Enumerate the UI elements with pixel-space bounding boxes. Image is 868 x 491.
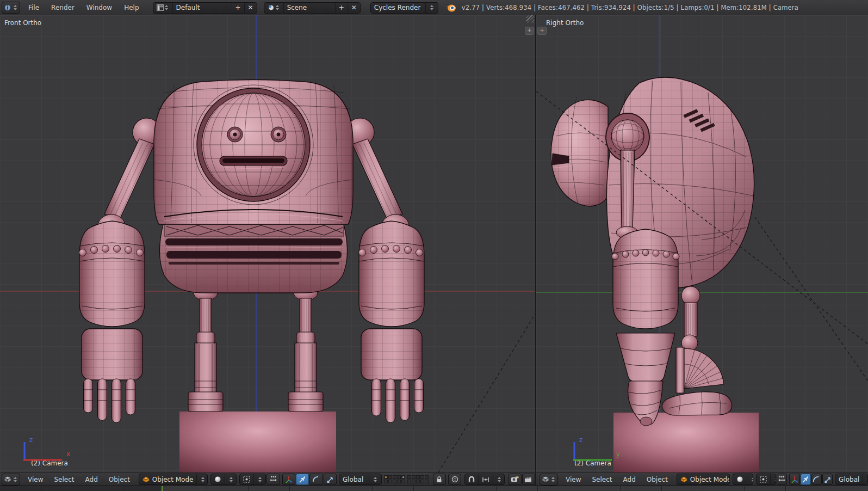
editor-select-arrows[interactable] bbox=[13, 477, 18, 482]
layer-cell[interactable] bbox=[425, 480, 429, 483]
transform-orientation-dropdown[interactable]: Global bbox=[835, 474, 868, 485]
menu-object[interactable]: Object bbox=[103, 476, 135, 483]
editor-type-button-info[interactable] bbox=[2, 2, 20, 14]
mode-dropdown[interactable]: Object Mode bbox=[677, 474, 730, 485]
layer-cell[interactable] bbox=[412, 480, 416, 483]
layer-cell[interactable] bbox=[401, 480, 405, 483]
layers-widget-group2[interactable] bbox=[407, 475, 429, 483]
editor-type-button-3dview[interactable] bbox=[540, 474, 558, 486]
rotate-manipulator-button[interactable] bbox=[309, 474, 323, 485]
editor-type-button-3dview[interactable] bbox=[2, 474, 20, 486]
screen-layout-selector[interactable]: Default + ✕ bbox=[153, 2, 257, 14]
translate-manipulator-button[interactable] bbox=[296, 474, 309, 485]
menu-add[interactable]: Add bbox=[618, 476, 641, 483]
pivot-dropdown-arrows[interactable] bbox=[257, 477, 263, 482]
expand-toolshelf-region-button[interactable]: + bbox=[537, 27, 547, 35]
scale-manipulator-button[interactable] bbox=[324, 474, 337, 485]
viewport-right-ortho[interactable]: Right Ortho (2) Camera + z y bbox=[536, 15, 868, 472]
front-view-canvas[interactable] bbox=[0, 15, 535, 472]
menu-select[interactable]: Select bbox=[586, 476, 617, 483]
mode-dropdown[interactable]: Object Mode bbox=[139, 474, 208, 485]
scene-browse-arrows[interactable] bbox=[275, 5, 280, 10]
menu-file[interactable]: File bbox=[22, 4, 45, 11]
screen-layout-icon[interactable] bbox=[153, 3, 172, 13]
transform-orientation-dropdown[interactable]: Global bbox=[339, 474, 382, 485]
timeline-strip[interactable] bbox=[0, 486, 868, 491]
snap-controls[interactable] bbox=[464, 474, 505, 485]
pivot-dropdown-arrows[interactable] bbox=[774, 477, 777, 482]
robot-model-side[interactable] bbox=[551, 77, 759, 472]
menu-help[interactable]: Help bbox=[118, 4, 145, 11]
layer-cell[interactable] bbox=[420, 475, 424, 479]
blender-logo bbox=[446, 3, 456, 13]
layer-cell[interactable] bbox=[388, 480, 392, 483]
layer-cell[interactable] bbox=[416, 480, 420, 483]
delete-layout-button[interactable]: ✕ bbox=[244, 3, 257, 13]
opengl-render-anim-button[interactable] bbox=[522, 474, 535, 485]
scale-manipulator-button[interactable] bbox=[822, 474, 833, 485]
shading-dropdown-arrows[interactable] bbox=[751, 477, 753, 482]
mode-dropdown-arrows[interactable] bbox=[200, 477, 206, 482]
layout-grid-icon bbox=[157, 4, 164, 11]
orientation-dropdown-arrows[interactable] bbox=[373, 477, 378, 482]
side-view-canvas[interactable] bbox=[536, 15, 868, 472]
menu-select[interactable]: Select bbox=[48, 476, 79, 483]
layer-cell[interactable] bbox=[397, 480, 401, 483]
snap-dropdown-arrows[interactable] bbox=[497, 477, 502, 482]
pivot-point-dropdown[interactable] bbox=[239, 474, 266, 485]
expand-properties-region-button[interactable]: + bbox=[525, 27, 534, 35]
layer-cell[interactable] bbox=[393, 475, 396, 479]
proportional-edit-button[interactable] bbox=[448, 474, 461, 485]
render-engine-dropdown[interactable]: Cycles Render bbox=[370, 2, 438, 14]
timeline-playhead[interactable] bbox=[162, 486, 163, 491]
engine-dropdown-arrows[interactable] bbox=[429, 5, 435, 10]
editor-select-arrows[interactable] bbox=[13, 5, 18, 10]
add-scene-button[interactable]: + bbox=[335, 3, 348, 13]
snap-element-button[interactable] bbox=[478, 474, 493, 484]
menu-view[interactable]: View bbox=[560, 476, 586, 483]
menu-object[interactable]: Object bbox=[641, 476, 673, 483]
manipulator-toggle-button[interactable] bbox=[266, 474, 280, 485]
shading-dropdown-arrows[interactable] bbox=[228, 477, 234, 482]
rotate-manipulator-button[interactable] bbox=[811, 474, 822, 485]
menu-view[interactable]: View bbox=[22, 476, 48, 483]
layer-cell-has-objects[interactable] bbox=[401, 475, 405, 479]
layers-widget-group1[interactable] bbox=[384, 475, 405, 483]
viewport-front-ortho[interactable]: Front Ortho (2) Camera + z x bbox=[0, 15, 535, 472]
layer-cell[interactable] bbox=[416, 475, 420, 479]
scene-name-field[interactable]: Scene bbox=[283, 3, 335, 13]
viewport-shading-dropdown[interactable] bbox=[210, 474, 237, 485]
transform-axes-button[interactable] bbox=[282, 474, 295, 485]
viewport-shading-dropdown[interactable] bbox=[733, 474, 753, 485]
layer-cell[interactable] bbox=[397, 475, 401, 479]
layout-browse-arrows[interactable] bbox=[164, 5, 169, 10]
layer-cell[interactable] bbox=[407, 475, 411, 479]
snap-toggle-button[interactable] bbox=[465, 474, 478, 484]
transform-axes-button[interactable] bbox=[789, 474, 799, 485]
menu-window[interactable]: Window bbox=[80, 4, 118, 11]
viewport-splitter[interactable] bbox=[535, 15, 536, 484]
menu-add[interactable]: Add bbox=[80, 476, 103, 483]
lock-to-scene-button[interactable] bbox=[433, 474, 446, 485]
layer-cell[interactable] bbox=[384, 480, 388, 483]
delete-scene-button[interactable]: ✕ bbox=[348, 3, 360, 13]
pivot-point-dropdown[interactable] bbox=[756, 474, 777, 485]
manipulator-toggle-button[interactable] bbox=[777, 474, 787, 485]
screen-layout-name-field[interactable]: Default bbox=[172, 3, 232, 13]
scene-icon-segment[interactable] bbox=[264, 3, 283, 13]
editor-select-arrows[interactable] bbox=[550, 477, 556, 482]
layer-cell[interactable] bbox=[407, 480, 411, 483]
scene-selector[interactable]: Scene + ✕ bbox=[264, 2, 361, 14]
menu-render[interactable]: Render bbox=[45, 4, 80, 11]
area-corner-grip[interactable] bbox=[526, 15, 534, 23]
layer-cell[interactable] bbox=[393, 480, 396, 483]
layer-cell-active[interactable] bbox=[384, 475, 388, 479]
layer-cell[interactable] bbox=[420, 480, 424, 483]
layer-cell[interactable] bbox=[388, 475, 392, 479]
add-layout-button[interactable]: + bbox=[232, 3, 244, 13]
layer-cell[interactable] bbox=[425, 475, 429, 479]
translate-manipulator-button[interactable] bbox=[801, 474, 811, 485]
layer-cell[interactable] bbox=[412, 475, 416, 479]
opengl-render-button[interactable] bbox=[508, 474, 521, 485]
robot-model-front[interactable] bbox=[79, 80, 425, 473]
